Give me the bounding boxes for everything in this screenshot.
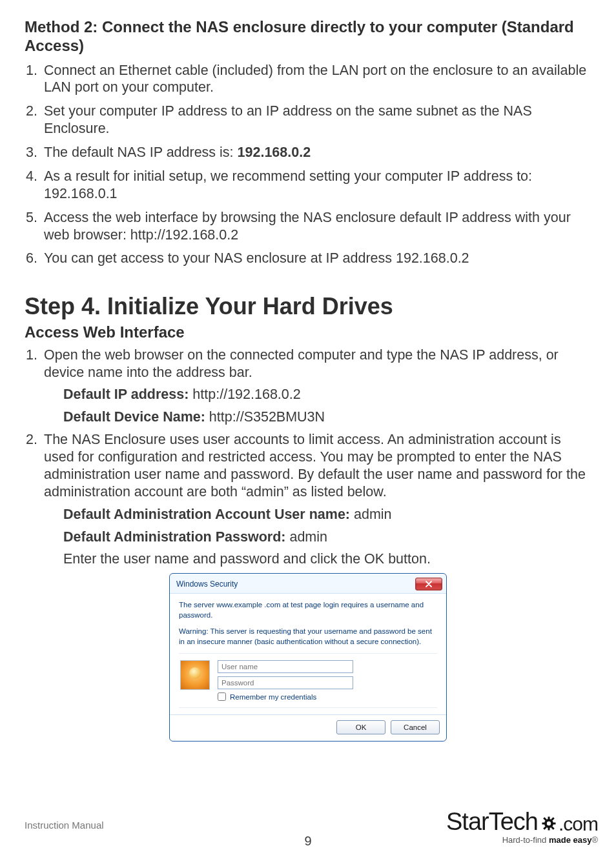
default-name-label: Default Device Name: bbox=[63, 409, 205, 425]
remember-credentials-row[interactable]: Remember my credentials bbox=[218, 692, 436, 701]
footer-label: Instruction Manual bbox=[25, 820, 104, 831]
page-number: 9 bbox=[304, 834, 311, 849]
tag-bold: made easy bbox=[549, 835, 592, 845]
password-input[interactable] bbox=[218, 676, 353, 689]
method2-item-1: Connect an Ethernet cable (included) fro… bbox=[41, 62, 591, 97]
default-ip-line: Default IP address: http://192.168.0.2 bbox=[63, 386, 591, 403]
admin-pass-line: Default Administration Password: admin bbox=[63, 529, 591, 546]
close-button[interactable] bbox=[415, 578, 442, 590]
admin-pass-value: admin bbox=[285, 529, 327, 545]
step4-item-2: The NAS Enclosure uses user accounts to … bbox=[41, 431, 591, 568]
method2-item-3: The default NAS IP address is: 192.168.0… bbox=[41, 144, 591, 161]
default-name-value: http://S352BMU3N bbox=[205, 409, 325, 425]
method2-item-5: Access the web interface by browsing the… bbox=[41, 209, 591, 244]
method2-item-2: Set your computer IP address to an IP ad… bbox=[41, 103, 591, 137]
dialog-button-row: OK Cancel bbox=[170, 715, 446, 741]
method2-item-3-bold: 192.168.0.2 bbox=[238, 145, 311, 160]
brand-logo: StarTech .com bbox=[446, 811, 598, 845]
step4-item-1-text: Open the web browser on the connected co… bbox=[44, 347, 559, 380]
user-avatar-icon bbox=[180, 660, 210, 690]
dialog-title: Windows Security bbox=[176, 580, 238, 589]
ok-button[interactable]: OK bbox=[336, 720, 385, 734]
remember-label: Remember my credentials bbox=[230, 693, 316, 701]
method2-list: Connect an Ethernet cable (included) fro… bbox=[25, 62, 591, 268]
tag-suffix: ® bbox=[591, 835, 598, 845]
method2-item-6: You can get access to your NAS enclosure… bbox=[41, 250, 591, 267]
admin-user-label: Default Administration Account User name… bbox=[63, 507, 350, 522]
method2-item-4: As a result for initial setup, we recomm… bbox=[41, 168, 591, 203]
username-input[interactable] bbox=[218, 660, 353, 673]
gear-icon bbox=[540, 813, 557, 833]
method2-item-3-pre: The default NAS IP address is: bbox=[44, 145, 238, 160]
windows-security-dialog: Windows Security The server www.example … bbox=[169, 573, 447, 742]
step4-subheading: Access Web Interface bbox=[25, 324, 591, 341]
svg-rect-2 bbox=[548, 827, 549, 831]
remember-checkbox[interactable] bbox=[218, 692, 226, 701]
default-ip-value: http://192.168.0.2 bbox=[189, 387, 300, 402]
step4-heading: Step 4. Initialize Your Hard Drives bbox=[25, 293, 591, 320]
svg-point-9 bbox=[547, 822, 551, 825]
step4-item-1: Open the web browser on the connected co… bbox=[41, 347, 591, 427]
step4-item-2-text: The NAS Enclosure uses user accounts to … bbox=[44, 432, 586, 500]
dialog-message-1: The server www.example .com at test page… bbox=[179, 600, 437, 620]
credentials-section: Remember my credentials bbox=[179, 653, 437, 708]
dialog-message-2: Warning: This server is requesting that … bbox=[179, 627, 437, 647]
admin-user-line: Default Administration Account User name… bbox=[63, 506, 591, 523]
admin-pass-label: Default Administration Password: bbox=[63, 529, 285, 545]
svg-rect-1 bbox=[548, 817, 549, 820]
default-name-line: Default Device Name: http://S352BMU3N bbox=[63, 409, 591, 426]
admin-user-value: admin bbox=[350, 507, 392, 522]
svg-rect-4 bbox=[552, 823, 555, 825]
enter-credentials-line: Enter the user name and password and cli… bbox=[63, 550, 591, 568]
method2-heading: Method 2: Connect the NAS enclosure dire… bbox=[25, 18, 591, 56]
close-icon bbox=[425, 581, 433, 587]
dialog-body: The server www.example .com at test page… bbox=[170, 593, 446, 715]
dialog-titlebar: Windows Security bbox=[170, 574, 446, 593]
logo-text-main: StarTech bbox=[446, 811, 538, 833]
tag-pre: Hard-to-find bbox=[502, 835, 549, 845]
svg-rect-3 bbox=[542, 823, 545, 825]
step4-list: Open the web browser on the connected co… bbox=[25, 347, 591, 569]
logo-text-suffix: .com bbox=[559, 815, 598, 833]
default-ip-label: Default IP address: bbox=[63, 387, 189, 402]
logo-tagline: Hard-to-find made easy® bbox=[446, 835, 598, 845]
cancel-button[interactable]: Cancel bbox=[391, 720, 440, 734]
